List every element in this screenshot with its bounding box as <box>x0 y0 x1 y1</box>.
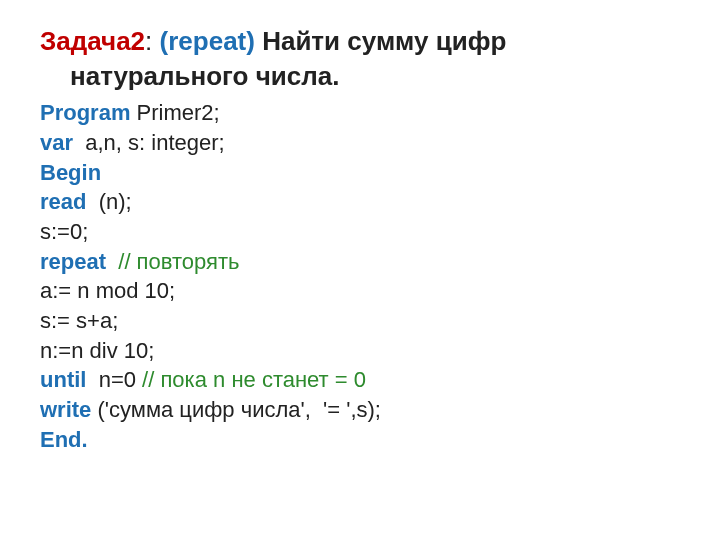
keyword-repeat: repeat <box>40 249 106 274</box>
code-line: write ('сумма цифр числа', '= ',s); <box>40 395 680 425</box>
keyword-end: End. <box>40 427 88 452</box>
comment: // пока n не станет = 0 <box>142 367 366 392</box>
repeat-label: (repeat) <box>160 26 255 56</box>
keyword-write: write <box>40 397 91 422</box>
code-line: s:=0; <box>40 217 680 247</box>
keyword-read: read <box>40 189 86 214</box>
task-label: Задача2 <box>40 26 145 56</box>
title-text-1: Найти сумму цифр <box>262 26 506 56</box>
code-line: s:= s+a; <box>40 306 680 336</box>
keyword-var: var <box>40 130 73 155</box>
code-line: Program Primer2; <box>40 98 680 128</box>
keyword-begin: Begin <box>40 160 101 185</box>
task-title: Задача2: (repeat) Найти сумму цифр натур… <box>40 24 680 94</box>
comment: // повторять <box>118 249 239 274</box>
keyword-program: Program <box>40 100 130 125</box>
code-line: until n=0 // пока n не станет = 0 <box>40 365 680 395</box>
code-line: read (n); <box>40 187 680 217</box>
code-line: var a,n, s: integer; <box>40 128 680 158</box>
code-line: a:= n mod 10; <box>40 276 680 306</box>
keyword-until: until <box>40 367 86 392</box>
code-line: Begin <box>40 158 680 188</box>
title-text-2: натурального числа. <box>40 59 680 94</box>
code-line: n:=n div 10; <box>40 336 680 366</box>
code-line: End. <box>40 425 680 455</box>
code-line: repeat // повторять <box>40 247 680 277</box>
